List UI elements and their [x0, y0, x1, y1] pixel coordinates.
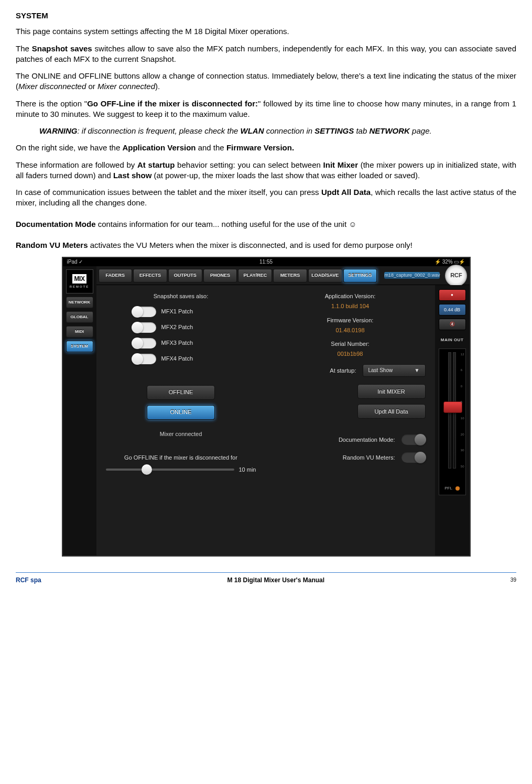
- tab-outputs[interactable]: OUTPUTS: [168, 269, 202, 282]
- toggle-doc-mode[interactable]: [401, 434, 426, 445]
- startup-label: At startup:: [330, 367, 356, 375]
- toggle-mfx4-label: MFX4 Patch: [161, 355, 193, 363]
- logo-subtext: REMOTE: [70, 285, 90, 289]
- toggle-mfx2-label: MFX2 Patch: [161, 323, 193, 331]
- firmware-value: 01.48.0198: [275, 326, 426, 334]
- db-readout: 0.44 dB: [439, 304, 466, 315]
- toggle-mfx3-label: MFX3 Patch: [161, 339, 193, 347]
- right-sidebar: ● 0.44 dB 🔇 MAIN OUT 1260510203050 PFL: [435, 285, 470, 556]
- footer-page: 39: [511, 576, 516, 584]
- tab-faders[interactable]: FADERS: [99, 269, 133, 282]
- serial-label: Serial Number:: [275, 340, 426, 348]
- app-version-label: Application Version:: [275, 292, 426, 300]
- init-mixer-button[interactable]: Init MIXER: [357, 384, 426, 399]
- toggle-mfx2[interactable]: [132, 322, 156, 333]
- brand-logo: RCF: [445, 265, 467, 287]
- device-label: iPad ✓: [67, 258, 83, 266]
- sidebar-item-system[interactable]: SYSTEM: [66, 341, 93, 352]
- offline-button[interactable]: OFFLINE: [147, 385, 215, 400]
- filename-bar[interactable]: m18_capture_0002_0.wav: [384, 272, 440, 278]
- main-out-label: MAIN OUT: [441, 337, 464, 343]
- page-footer: RCF spa M 18 Digital Mixer User's Manual…: [16, 572, 516, 584]
- mute-button[interactable]: 🔇: [439, 319, 466, 330]
- pfl-indicator[interactable]: [455, 486, 460, 491]
- footer-title: M 18 Digital Mixer User's Manual: [227, 576, 324, 584]
- online-button[interactable]: ONLINE: [147, 405, 215, 420]
- app-version-value: 1.1.0 build 104: [275, 302, 426, 310]
- tab-settings[interactable]: SETTINGS: [343, 269, 377, 282]
- paragraph-9: Documentation Mode contains information …: [16, 219, 516, 230]
- connection-status: Mixer connected: [160, 430, 202, 438]
- paragraph-4: There is the option "Go OFF-Line if the …: [16, 99, 516, 120]
- left-sidebar: MIX REMOTE NETWORK GLOBAL MIDI SYSTEM: [63, 266, 96, 556]
- sidebar-item-midi[interactable]: MIDI: [66, 326, 93, 337]
- paragraph-2: The Snapshot saves switches allow to sav…: [16, 43, 516, 65]
- snapshot-saves-label: Snapshot saves also:: [106, 292, 256, 300]
- toggle-mfx4[interactable]: [132, 354, 156, 364]
- tab-phones[interactable]: PHONES: [203, 269, 237, 282]
- doc-mode-label: Documentation Mode:: [339, 436, 395, 444]
- ipad-status-bar: iPad ✓ 11:55 ⚡ 32% ▭⚡: [63, 258, 470, 266]
- slider-value: 10 min: [238, 466, 256, 474]
- main-out-meter: 1260510203050 PFL: [439, 349, 466, 495]
- section-title: SYSTEM: [16, 10, 516, 21]
- chevron-down-icon: ▼: [415, 367, 420, 374]
- slider-thumb[interactable]: [142, 464, 152, 475]
- meter-scale: 1260510203050: [461, 352, 464, 469]
- status-time: 11:55: [259, 258, 273, 266]
- updt-all-data-button[interactable]: Updt All Data: [357, 404, 426, 419]
- paragraph-warning: WARNING: if disconnection is frequent, p…: [16, 126, 516, 136]
- main-fader[interactable]: [443, 401, 462, 413]
- record-indicator[interactable]: ●: [439, 289, 466, 301]
- startup-select[interactable]: Last Show▼: [363, 364, 426, 377]
- tab-meters[interactable]: METERS: [273, 269, 307, 282]
- tab-bar: FADERS EFFECTS OUTPUTS PHONES PLAY/REC M…: [96, 266, 470, 285]
- disconnect-slider[interactable]: [106, 469, 235, 471]
- toggle-mfx3[interactable]: [132, 338, 156, 349]
- paragraph-7: These information are followed by At sta…: [16, 160, 516, 181]
- paragraph-10: Random VU Meters activates the VU Meters…: [16, 240, 516, 251]
- tab-playrec[interactable]: PLAY/REC: [238, 269, 272, 282]
- footer-brand: RCF spa: [16, 576, 41, 584]
- disconnect-label: Go OFFLINE if the mixer is disconnected …: [106, 454, 256, 462]
- logo-text: MIX: [72, 274, 87, 284]
- sidebar-item-network[interactable]: NETWORK: [66, 297, 93, 308]
- paragraph-6: On the right side, we have the Applicati…: [16, 143, 516, 153]
- tab-loadsave[interactable]: LOAD/SAVE: [308, 269, 342, 282]
- paragraph-8: In case of communication issues between …: [16, 187, 516, 209]
- paragraph-1: This page contains system settings affec…: [16, 26, 516, 37]
- paragraph-3: The ONLINE and OFFLINE buttons allow a c…: [16, 71, 516, 92]
- app-logo: MIX REMOTE: [66, 269, 93, 293]
- serial-value: 001b1b98: [275, 350, 426, 358]
- toggle-random-vu[interactable]: [401, 452, 426, 463]
- status-battery: ⚡ 32% ▭⚡: [435, 258, 465, 266]
- pfl-label: PFL: [444, 486, 452, 492]
- random-vu-label: Random VU Meters:: [343, 454, 395, 462]
- tab-effects[interactable]: EFFECTS: [133, 269, 167, 282]
- toggle-mfx1[interactable]: [132, 307, 156, 317]
- firmware-label: Firmware Version:: [275, 317, 426, 324]
- app-screenshot: iPad ✓ 11:55 ⚡ 32% ▭⚡ MIX REMOTE NETWORK…: [62, 257, 471, 557]
- toggle-mfx1-label: MFX1 Patch: [161, 308, 193, 315]
- sidebar-item-global[interactable]: GLOBAL: [66, 311, 93, 323]
